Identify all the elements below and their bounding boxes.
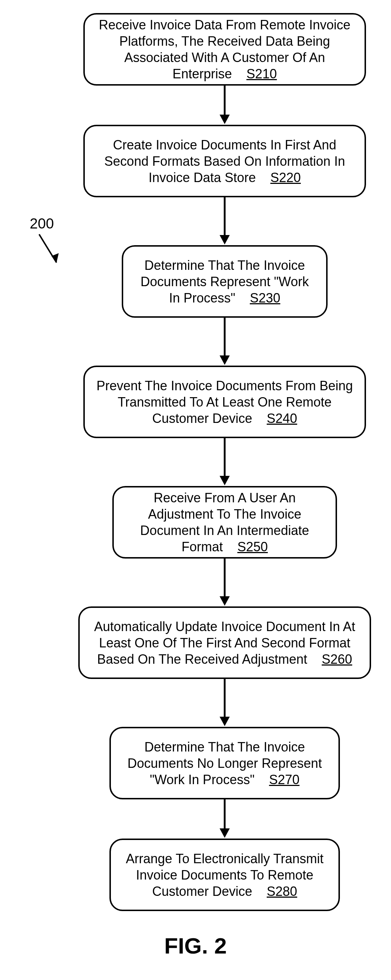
flow-step-s210: Receive Invoice Data From Remote Invoice… [83,13,366,86]
flow-step-s230: Determine That The Invoice Documents Rep… [122,245,328,318]
flow-step-code: S270 [269,772,299,788]
arrow-head-icon [220,476,230,485]
reference-number-text: 200 [30,215,54,231]
flow-step-s250: Receive From A User An Adjustment To The… [112,486,337,558]
flow-step-s270: Determine That The Invoice Documents No … [109,727,340,799]
arrow-down-icon [223,438,226,477]
flow-step-code: S280 [267,883,297,899]
arrow-head-icon [220,596,230,606]
arrow-head-icon [220,355,230,365]
reference-number: 200 [30,215,54,232]
flow-step-s220: Create Invoice Documents In First And Se… [83,125,366,197]
flow-step-body: Receive Invoice Data From Remote Invoice… [99,18,350,81]
flow-step-code: S210 [246,66,277,82]
flow-step-code: S220 [270,169,301,186]
figure-label: FIG. 2 [0,933,391,959]
flow-step-body: Automatically Update Invoice Document In… [94,619,355,667]
arrow-down-icon [223,679,226,718]
flow-step-body: Determine That The Invoice Documents Rep… [141,258,309,305]
flow-step-text: Determine That The Invoice Documents No … [122,739,328,788]
flow-step-body: Prevent The Invoice Documents From Being… [97,378,353,426]
flow-step-body: Create Invoice Documents In First And Se… [104,137,345,185]
flow-step-code: S260 [322,651,352,667]
flow-step-s240: Prevent The Invoice Documents From Being… [83,366,366,438]
figure-label-text: FIG. 2 [164,933,226,958]
arrow-head-icon [220,717,230,726]
arrow-head-icon [220,235,230,245]
flow-step-body: Receive From A User An Adjustment To The… [140,490,309,554]
flow-step-code: S230 [250,290,280,306]
arrow-down-icon [223,197,226,237]
arrow-down-icon [223,86,226,116]
flow-step-text: Arrange To Electronically Transmit Invoi… [122,851,328,899]
flow-step-s260: Automatically Update Invoice Document In… [78,606,371,679]
arrow-head-icon [220,115,230,124]
flow-step-code: S250 [237,539,268,555]
flow-step-code: S240 [267,410,297,426]
flow-step-text: Receive Invoice Data From Remote Invoice… [96,17,354,82]
flow-step-text: Receive From A User An Adjustment To The… [125,490,325,555]
reference-arrow [35,233,64,268]
flow-step-text: Determine That The Invoice Documents Rep… [134,257,315,306]
arrow-down-icon [223,558,226,598]
flow-step-text: Prevent The Invoice Documents From Being… [96,377,354,426]
flow-step-text: Create Invoice Documents In First And Se… [96,137,354,186]
flow-step-text: Automatically Update Invoice Document In… [90,618,359,667]
arrow-head-icon [220,828,230,838]
arrow-down-icon [223,318,226,357]
flow-step-s280: Arrange To Electronically Transmit Invoi… [109,838,340,911]
arrow-down-icon [223,799,226,830]
